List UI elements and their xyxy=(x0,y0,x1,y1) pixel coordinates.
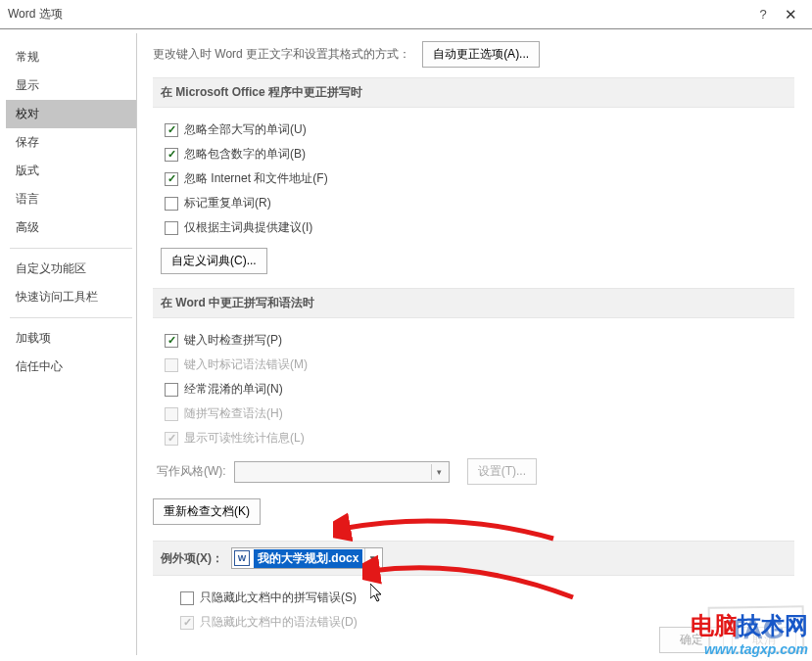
word-doc-icon: W xyxy=(234,550,250,566)
section-heading-office-spell: 在 Microsoft Office 程序中更正拼写时 xyxy=(153,77,794,108)
office-spell-option-row: 忽略全部大写的单词(U) xyxy=(157,118,794,142)
word-spell-option-row: 随拼写检查语法(H) xyxy=(157,401,794,426)
exceptions-label: 例外项(X)： xyxy=(161,550,223,567)
word-spell-option-row: 键入时检查拼写(P) xyxy=(157,328,794,353)
autocorrect-options-button[interactable]: 自动更正选项(A)... xyxy=(422,41,540,68)
exception-option-checkbox xyxy=(180,616,194,630)
sidebar-item-layout[interactable]: 版式 xyxy=(6,157,136,185)
word-spell-option-label: 随拼写检查语法(H) xyxy=(184,405,283,422)
word-spell-option-checkbox xyxy=(165,358,178,372)
sidebar-item-quick-access[interactable]: 快速访问工具栏 xyxy=(6,283,136,311)
sidebar-item-language[interactable]: 语言 xyxy=(6,185,136,213)
sidebar-item-save[interactable]: 保存 xyxy=(6,128,136,157)
word-spell-option-row: 显示可读性统计信息(L) xyxy=(157,426,794,450)
word-spell-option-checkbox xyxy=(165,432,178,446)
sidebar-item-proofing[interactable]: 校对 xyxy=(6,100,136,128)
exception-option-checkbox[interactable] xyxy=(180,591,194,605)
sidebar-item-display[interactable]: 显示 xyxy=(6,71,136,100)
office-spell-option-checkbox[interactable] xyxy=(165,197,178,211)
main-panel: 更改键入时 Word 更正文字和设置其格式的方式： 自动更正选项(A)... 在… xyxy=(137,29,812,661)
writing-style-select[interactable]: ▾ xyxy=(234,461,450,483)
sidebar-separator xyxy=(10,317,132,318)
exception-option-row: 只隐藏此文档中的拼写错误(S) xyxy=(172,586,794,610)
custom-dict-button[interactable]: 自定义词典(C)... xyxy=(161,248,267,274)
cancel-button[interactable]: 取消 xyxy=(732,627,796,653)
word-spell-option-checkbox[interactable] xyxy=(165,383,178,397)
section-heading-word-spell: 在 Word 中更正拼写和语法时 xyxy=(153,288,794,318)
sidebar: 常规 显示 校对 保存 版式 语言 高级 自定义功能区 快速访问工具栏 加载项 … xyxy=(6,33,137,655)
chevron-down-icon: ▾ xyxy=(431,464,447,480)
writing-style-settings-button[interactable]: 设置(T)... xyxy=(467,458,537,485)
office-spell-option-label: 忽略 Internet 和文件地址(F) xyxy=(184,170,328,187)
sidebar-item-addins[interactable]: 加载项 xyxy=(6,324,136,353)
word-spell-option-row: 经常混淆的单词(N) xyxy=(157,377,794,401)
office-spell-option-checkbox[interactable] xyxy=(165,123,178,137)
window-title: Word 选项 xyxy=(8,6,749,23)
word-spell-option-checkbox xyxy=(165,407,178,421)
sidebar-separator xyxy=(10,248,132,249)
chevron-down-icon: ▾ xyxy=(364,548,380,568)
office-spell-option-label: 忽略包含数字的单词(B) xyxy=(184,146,306,163)
titlebar: Word 选项 ? ✕ xyxy=(0,0,812,29)
word-spell-option-label: 键入时标记语法错误(M) xyxy=(184,356,308,373)
section-heading-exceptions: 例外项(X)： W 我的大学规划.docx ▾ xyxy=(153,541,794,576)
office-spell-option-label: 忽略全部大写的单词(U) xyxy=(184,121,307,138)
office-spell-option-row: 忽略 Internet 和文件地址(F) xyxy=(157,166,794,191)
exception-option-label: 只隐藏此文档中的拼写错误(S) xyxy=(200,590,357,606)
word-spell-option-label: 经常混淆的单词(N) xyxy=(184,381,283,398)
office-spell-option-label: 标记重复单词(R) xyxy=(184,195,271,212)
sidebar-item-trust-center[interactable]: 信任中心 xyxy=(6,353,136,381)
word-spell-option-checkbox[interactable] xyxy=(165,334,178,348)
word-spell-option-label: 键入时检查拼写(P) xyxy=(184,332,282,349)
office-spell-option-checkbox[interactable] xyxy=(165,221,178,235)
help-icon[interactable]: ? xyxy=(749,7,777,22)
office-spell-option-row: 仅根据主词典提供建议(I) xyxy=(157,215,794,240)
exception-option-label: 只隐藏此文档中的语法错误(D) xyxy=(200,614,358,631)
word-spell-option-label: 显示可读性统计信息(L) xyxy=(184,430,305,447)
office-spell-option-row: 标记重复单词(R) xyxy=(157,191,794,215)
office-spell-option-checkbox[interactable] xyxy=(165,148,178,162)
office-spell-option-label: 仅根据主词典提供建议(I) xyxy=(184,219,312,236)
sidebar-item-advanced[interactable]: 高级 xyxy=(6,213,136,242)
ok-button[interactable]: 确定 xyxy=(659,627,724,653)
sidebar-item-general[interactable]: 常规 xyxy=(6,43,136,71)
exceptions-document-select[interactable]: W 我的大学规划.docx ▾ xyxy=(231,547,383,569)
writing-style-label: 写作风格(W): xyxy=(157,463,226,480)
close-icon[interactable]: ✕ xyxy=(777,6,804,24)
exceptions-document-name: 我的大学规划.docx xyxy=(254,549,362,568)
intro-text: 更改键入时 Word 更正文字和设置其格式的方式： xyxy=(153,46,410,63)
recheck-doc-button[interactable]: 重新检查文档(K) xyxy=(153,498,261,525)
sidebar-item-customize-ribbon[interactable]: 自定义功能区 xyxy=(6,255,136,283)
office-spell-option-row: 忽略包含数字的单词(B) xyxy=(157,142,794,166)
word-spell-option-row: 键入时标记语法错误(M) xyxy=(157,353,794,377)
office-spell-option-checkbox[interactable] xyxy=(165,172,178,186)
